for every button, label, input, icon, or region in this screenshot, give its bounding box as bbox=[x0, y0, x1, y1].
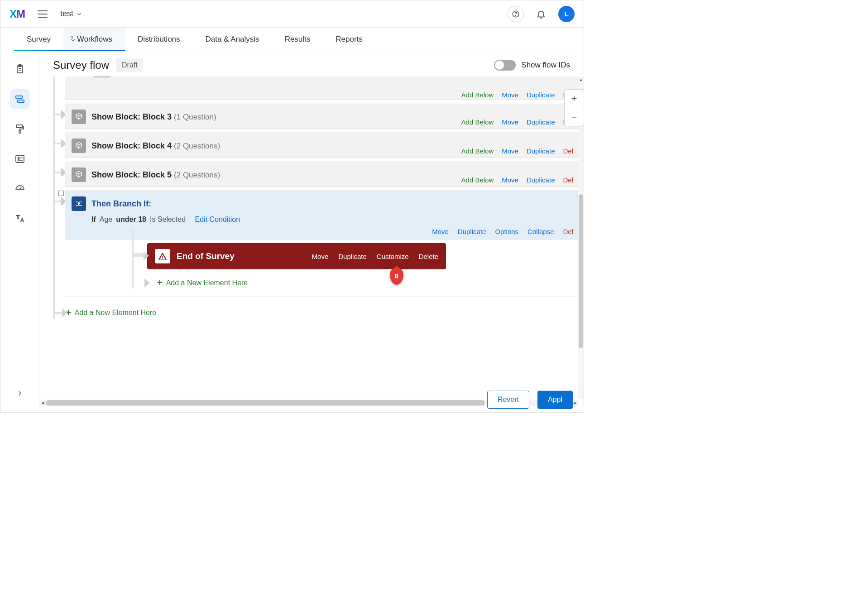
action-move[interactable]: Move bbox=[502, 176, 518, 184]
help-button[interactable] bbox=[508, 6, 524, 22]
condition-value: under 18 bbox=[116, 215, 146, 224]
action-delete[interactable]: Del bbox=[563, 228, 573, 235]
paint-roller-icon bbox=[14, 124, 25, 134]
rail-look-feel[interactable] bbox=[10, 119, 30, 139]
rail-survey-options[interactable] bbox=[10, 149, 30, 169]
action-move[interactable]: Move bbox=[502, 91, 518, 99]
action-duplicate[interactable]: Duplicate bbox=[527, 118, 555, 126]
block-card[interactable]: Show Block: Block 4 (2 Questions) Add Be… bbox=[65, 133, 578, 158]
vertical-scroll-thumb[interactable] bbox=[579, 194, 583, 348]
action-add-below[interactable]: Add Below bbox=[461, 147, 494, 155]
rail-quotas[interactable] bbox=[10, 179, 30, 199]
zoom-in-button[interactable]: + bbox=[565, 90, 584, 108]
tab-survey[interactable]: Survey bbox=[14, 28, 63, 51]
show-flow-ids-label: Show flow IDs bbox=[521, 61, 570, 70]
project-name-dropdown[interactable]: test bbox=[60, 9, 82, 19]
connector-line bbox=[132, 253, 145, 255]
draft-badge: Draft bbox=[116, 58, 143, 72]
rail-builder[interactable] bbox=[10, 59, 30, 79]
cube-icon bbox=[72, 139, 86, 153]
branch-actions: Move Duplicate Options Collapse Del bbox=[432, 228, 573, 235]
branch-title: Then Branch If: bbox=[91, 199, 151, 209]
action-move[interactable]: Move bbox=[432, 228, 449, 235]
user-avatar[interactable]: L bbox=[558, 6, 575, 22]
action-duplicate[interactable]: Duplicate bbox=[527, 147, 555, 155]
page-header: Survey flow Draft Show flow IDs bbox=[39, 51, 584, 76]
notifications-button[interactable] bbox=[533, 6, 549, 22]
tab-results[interactable]: Results bbox=[272, 28, 323, 51]
action-customize[interactable]: Customize bbox=[377, 253, 409, 260]
block-card[interactable]: Show Block: Block 3 (1 Question) Add Bel… bbox=[65, 104, 578, 129]
rail-survey-flow[interactable] bbox=[10, 89, 30, 109]
eos-title: End of Survey bbox=[177, 251, 235, 261]
options-icon bbox=[14, 153, 25, 164]
tab-reports[interactable]: Reports bbox=[323, 28, 375, 51]
flow-canvas[interactable]: Add Below Move Duplicate Del bbox=[39, 76, 578, 399]
flow-icon bbox=[14, 94, 25, 105]
action-duplicate[interactable]: Duplicate bbox=[527, 176, 555, 184]
svg-rect-9 bbox=[19, 130, 21, 133]
action-collapse[interactable]: Collapse bbox=[528, 228, 554, 235]
svg-rect-6 bbox=[16, 96, 22, 98]
action-delete[interactable]: Del bbox=[563, 176, 573, 184]
end-of-survey-card[interactable]: End of Survey Move Duplicate Customize D… bbox=[147, 243, 446, 269]
flow-block-row: Show Block: Block 3 (1 Question) Add Bel… bbox=[65, 104, 578, 129]
flow-block-partial: Add Below Move Duplicate Del bbox=[65, 76, 578, 100]
block-card[interactable]: Add Below Move Duplicate Del bbox=[65, 76, 578, 100]
action-add-below[interactable]: Add Below bbox=[461, 118, 494, 126]
help-icon bbox=[512, 10, 520, 18]
action-move[interactable]: Move bbox=[312, 253, 329, 260]
svg-rect-8 bbox=[16, 125, 23, 128]
tab-distributions[interactable]: Distributions bbox=[125, 28, 193, 51]
separator bbox=[65, 296, 578, 296]
scroll-left-arrow[interactable]: ◀ bbox=[39, 401, 46, 405]
rail-expand-button[interactable] bbox=[10, 383, 30, 403]
action-move[interactable]: Move bbox=[502, 147, 518, 155]
horizontal-scroll-thumb[interactable] bbox=[46, 400, 485, 406]
menu-icon[interactable] bbox=[36, 6, 49, 22]
branch-card[interactable]: Then Branch If: If Age under 18 Is Selec… bbox=[65, 191, 578, 239]
chevron-right-icon bbox=[16, 389, 24, 397]
action-duplicate[interactable]: Duplicate bbox=[527, 91, 555, 99]
apply-button[interactable]: Appl bbox=[537, 391, 573, 409]
connector-arrow-icon bbox=[144, 278, 151, 287]
action-duplicate[interactable]: Duplicate bbox=[458, 228, 486, 235]
flow-block-row: Show Block: Block 5 (2 Questions) Add Be… bbox=[65, 162, 578, 187]
action-add-below[interactable]: Add Below bbox=[461, 176, 494, 184]
add-element-nested[interactable]: + Add a New Element Here bbox=[147, 277, 578, 288]
add-element-outer[interactable]: + Add a New Element Here bbox=[66, 307, 578, 318]
action-duplicate[interactable]: Duplicate bbox=[338, 253, 367, 260]
svg-marker-21 bbox=[144, 278, 150, 287]
edit-condition-link[interactable]: Edit Condition bbox=[195, 215, 240, 224]
svg-rect-10 bbox=[16, 155, 24, 163]
action-delete[interactable]: Delete bbox=[419, 253, 438, 260]
flow-block-row: Show Block: Block 4 (2 Questions) Add Be… bbox=[65, 133, 578, 158]
rail-translations[interactable] bbox=[10, 209, 30, 229]
condition-question: Age bbox=[100, 215, 112, 224]
main-area: Survey flow Draft Show flow IDs + − Add … bbox=[39, 51, 584, 412]
page-title: Survey flow bbox=[53, 59, 109, 72]
block-title: Show Block: Block 4 (2 Questions) bbox=[91, 141, 220, 151]
add-element-label: Add a New Element Here bbox=[75, 309, 157, 317]
eos-actions: Move Duplicate Customize Delete bbox=[312, 253, 438, 260]
zoom-controls: + − bbox=[564, 89, 584, 126]
block-actions: Add Below Move Duplicate Del bbox=[461, 91, 573, 99]
scroll-up-arrow[interactable]: ▲ bbox=[578, 76, 584, 83]
block-card[interactable]: Show Block: Block 5 (2 Questions) Add Be… bbox=[65, 162, 578, 187]
scroll-right-arrow[interactable]: ▶ bbox=[572, 401, 578, 405]
action-delete[interactable]: Del bbox=[563, 147, 573, 155]
cube-icon bbox=[72, 110, 86, 124]
canvas-wrapper: + − Add Below Move Duplicate Del bbox=[39, 76, 584, 412]
show-flow-ids-toggle[interactable] bbox=[494, 60, 516, 71]
action-move[interactable]: Move bbox=[502, 118, 518, 126]
zoom-out-button[interactable]: − bbox=[565, 108, 584, 126]
action-add-below[interactable]: Add Below bbox=[461, 91, 494, 99]
left-rail bbox=[0, 51, 39, 412]
tab-data-analysis[interactable]: Data & Analysis bbox=[193, 28, 272, 51]
tab-workflows[interactable]: Workflows bbox=[63, 28, 125, 51]
svg-rect-7 bbox=[18, 100, 24, 102]
plus-icon: + bbox=[157, 277, 163, 288]
revert-button[interactable]: Revert bbox=[487, 391, 529, 409]
action-options[interactable]: Options bbox=[495, 228, 518, 235]
branch-collapse-toggle[interactable]: − bbox=[58, 191, 64, 196]
